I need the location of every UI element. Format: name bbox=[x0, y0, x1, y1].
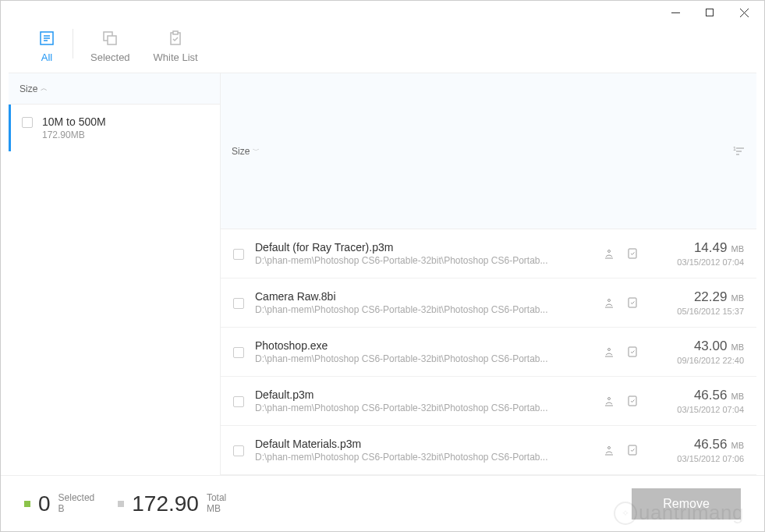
svg-rect-11 bbox=[173, 31, 178, 34]
group-title: 10M to 500M bbox=[42, 115, 106, 128]
file-size-unit: MB bbox=[728, 342, 744, 352]
file-rows-container: Default (for Ray Tracer).p3m D:\phan-mem… bbox=[221, 229, 756, 475]
locate-icon[interactable] bbox=[602, 296, 616, 310]
file-checkbox[interactable] bbox=[233, 298, 244, 309]
file-meta: 46.56 MB 03/15/2012 07:04 bbox=[650, 388, 744, 414]
sidebar-sort-size[interactable]: Size ︿ bbox=[19, 83, 48, 94]
file-date: 03/15/2012 07:04 bbox=[650, 405, 744, 414]
file-row[interactable]: Default (for Ray Tracer).p3m D:\phan-mem… bbox=[221, 229, 756, 278]
file-checkbox[interactable] bbox=[233, 396, 244, 407]
sidebar-sort-label: Size bbox=[19, 83, 37, 94]
total-stat: 172.90 Total MB bbox=[118, 491, 226, 516]
properties-icon[interactable] bbox=[625, 345, 639, 359]
file-date: 03/15/2012 07:04 bbox=[650, 257, 744, 267]
footer: 0 Selected B 172.90 Total MB Remove ✧ ua… bbox=[1, 475, 764, 531]
file-action-icons bbox=[602, 345, 639, 359]
minimize-icon bbox=[671, 9, 680, 17]
file-path: D:\phan-mem\Photoshop CS6-Portable-32bit… bbox=[255, 353, 551, 364]
tab-whitelist[interactable]: White List bbox=[147, 30, 204, 63]
file-checkbox[interactable] bbox=[233, 347, 244, 358]
file-date: 05/16/2012 15:37 bbox=[650, 307, 744, 316]
close-button[interactable] bbox=[727, 1, 761, 24]
maximize-button[interactable] bbox=[692, 1, 727, 24]
locate-icon[interactable] bbox=[602, 394, 616, 408]
sidebar-header: Size ︿ bbox=[9, 73, 220, 105]
svg-rect-27 bbox=[629, 396, 636, 406]
file-action-icons bbox=[602, 394, 639, 408]
selected-indicator-icon bbox=[24, 501, 30, 507]
file-row[interactable]: Photoshop.exe D:\phan-mem\Photoshop CS6-… bbox=[221, 328, 756, 377]
total-value: 172.90 bbox=[132, 491, 199, 516]
svg-point-28 bbox=[608, 447, 611, 449]
minimize-button[interactable] bbox=[658, 1, 692, 24]
file-info: Default (for Ray Tracer).p3m D:\phan-mem… bbox=[255, 241, 591, 266]
svg-point-19 bbox=[608, 300, 611, 302]
file-size: 43.00 MB bbox=[650, 339, 744, 354]
svg-point-25 bbox=[608, 398, 611, 400]
file-name: Default.p3m bbox=[255, 388, 591, 401]
filelist-sort-size[interactable]: Size ﹀ bbox=[232, 146, 260, 157]
tab-strip: All Selected White List bbox=[1, 24, 764, 73]
window-titlebar bbox=[1, 1, 764, 24]
svg-point-16 bbox=[608, 250, 611, 253]
file-path: D:\phan-mem\Photoshop CS6-Portable-32bit… bbox=[255, 304, 551, 315]
file-checkbox[interactable] bbox=[233, 249, 244, 260]
tab-all-label: All bbox=[41, 51, 52, 63]
tab-divider bbox=[73, 29, 73, 59]
remove-button[interactable]: Remove bbox=[632, 488, 741, 520]
group-checkbox[interactable] bbox=[22, 117, 33, 128]
locate-icon[interactable] bbox=[602, 246, 616, 261]
svg-text:1: 1 bbox=[733, 146, 736, 151]
file-action-icons bbox=[602, 443, 639, 457]
sort-icon: 1 bbox=[733, 145, 746, 158]
file-size-unit: MB bbox=[728, 441, 744, 450]
svg-rect-1 bbox=[706, 9, 713, 16]
list-icon bbox=[38, 30, 55, 47]
file-size: 14.49 MB bbox=[650, 240, 744, 256]
total-label: Total bbox=[207, 493, 226, 503]
remove-button-label: Remove bbox=[663, 497, 710, 511]
file-info: Camera Raw.8bi D:\phan-mem\Photoshop CS6… bbox=[255, 290, 591, 315]
file-info: Default.p3m D:\phan-mem\Photoshop CS6-Po… bbox=[255, 388, 591, 413]
selected-count: 0 bbox=[38, 491, 51, 516]
file-info: Default Materials.p3m D:\phan-mem\Photos… bbox=[255, 438, 591, 463]
file-size: 46.56 MB bbox=[650, 388, 744, 403]
size-group-item[interactable]: 10M to 500M 172.90MB bbox=[9, 105, 220, 151]
file-list: Size ﹀ 1 Default (for Ray Tracer).p3m D:… bbox=[221, 73, 756, 475]
tab-whitelist-label: White List bbox=[154, 51, 198, 63]
tab-all[interactable]: All bbox=[32, 30, 62, 63]
file-path: D:\phan-mem\Photoshop CS6-Portable-32bit… bbox=[255, 403, 551, 413]
properties-icon[interactable] bbox=[625, 394, 639, 408]
filelist-sort-label: Size bbox=[232, 146, 250, 157]
file-meta: 22.29 MB 05/16/2012 15:37 bbox=[650, 289, 744, 316]
file-size-unit: MB bbox=[728, 392, 744, 401]
file-checkbox[interactable] bbox=[233, 445, 244, 456]
selected-unit: B bbox=[58, 504, 95, 514]
file-row[interactable]: Default.p3m D:\phan-mem\Photoshop CS6-Po… bbox=[221, 377, 756, 426]
file-path: D:\phan-mem\Photoshop CS6-Portable-32bit… bbox=[255, 255, 551, 266]
file-size-unit: MB bbox=[728, 293, 744, 303]
tab-selected[interactable]: Selected bbox=[84, 30, 136, 63]
properties-icon[interactable] bbox=[625, 246, 639, 261]
file-size-unit: MB bbox=[728, 244, 744, 254]
group-subtitle: 172.90MB bbox=[42, 129, 106, 140]
svg-rect-18 bbox=[629, 249, 636, 258]
svg-rect-24 bbox=[629, 347, 636, 356]
file-row[interactable]: Default Materials.p3m D:\phan-mem\Photos… bbox=[221, 426, 756, 475]
file-name: Camera Raw.8bi bbox=[255, 290, 591, 303]
sort-order-toggle[interactable]: 1 bbox=[733, 145, 746, 158]
file-date: 09/16/2012 22:40 bbox=[650, 356, 744, 365]
properties-icon[interactable] bbox=[625, 296, 639, 310]
file-row[interactable]: Camera Raw.8bi D:\phan-mem\Photoshop CS6… bbox=[221, 278, 756, 328]
selected-icon bbox=[101, 30, 119, 47]
file-date: 03/15/2012 07:06 bbox=[650, 454, 744, 463]
properties-icon[interactable] bbox=[625, 443, 639, 457]
file-info: Photoshop.exe D:\phan-mem\Photoshop CS6-… bbox=[255, 339, 591, 364]
svg-rect-21 bbox=[629, 298, 636, 307]
file-size: 22.29 MB bbox=[650, 289, 744, 305]
file-name: Photoshop.exe bbox=[255, 339, 591, 352]
group-text: 10M to 500M 172.90MB bbox=[42, 115, 106, 140]
locate-icon[interactable] bbox=[602, 443, 616, 457]
close-icon bbox=[740, 9, 749, 17]
locate-icon[interactable] bbox=[602, 345, 616, 359]
